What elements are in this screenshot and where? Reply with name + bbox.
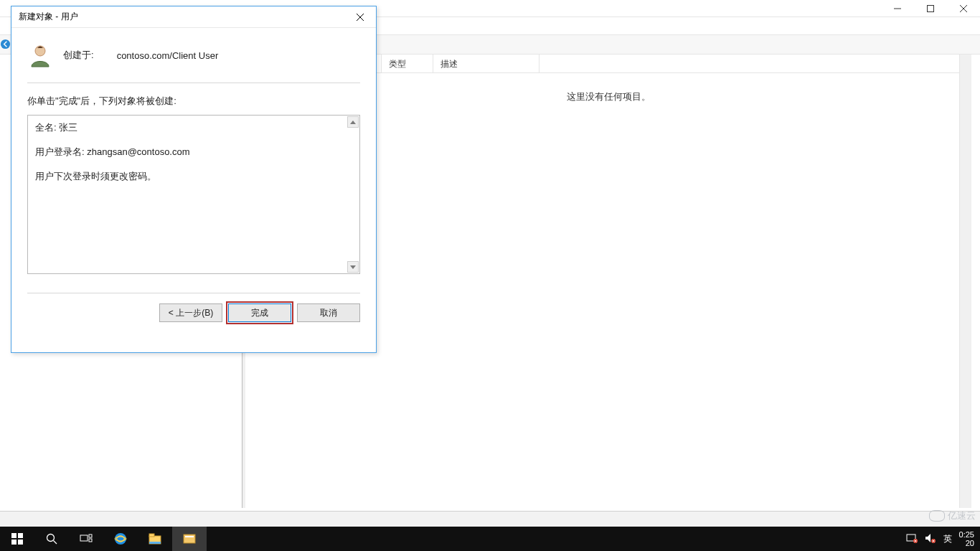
watermark: 亿速云 — [929, 509, 976, 522]
clock-date: 20 — [959, 539, 974, 547]
logon-value: zhangsan@contoso.com — [87, 146, 189, 157]
logon-label: 用户登录名: — [35, 146, 85, 157]
active-app-button[interactable] — [172, 527, 207, 551]
summary-pwpolicy: 用户下次登录时须更改密码。 — [35, 170, 352, 183]
back-nav-icon[interactable] — [0, 39, 11, 50]
svg-rect-13 — [18, 540, 23, 545]
tray-ime[interactable]: 英 — [943, 533, 952, 545]
created-in-label: 创建于: — [63, 49, 94, 62]
svg-point-14 — [47, 534, 55, 542]
svg-rect-12 — [11, 540, 17, 545]
svg-rect-16 — [80, 535, 88, 541]
summary-scroll-down[interactable] — [347, 261, 359, 273]
ie-icon — [113, 532, 128, 546]
system-tray: 英 0:25 20 — [900, 527, 980, 551]
summary-box: 全名: 张三 用户登录名: zhangsan@contoso.com 用户下次登… — [27, 115, 360, 274]
explorer-taskbar-button[interactable] — [138, 527, 172, 551]
tray-volume-icon[interactable] — [925, 533, 936, 545]
start-icon — [11, 533, 23, 545]
tray-clock[interactable]: 0:25 20 — [959, 530, 974, 547]
watermark-text: 亿速云 — [948, 509, 976, 522]
cancel-button[interactable]: 取消 — [297, 303, 360, 322]
list-scrollbar[interactable] — [959, 55, 971, 508]
col-type[interactable]: 类型 — [382, 55, 433, 72]
svg-rect-25 — [185, 536, 194, 537]
dialog-titlebar[interactable]: 新建对象 - 用户 — [11, 6, 376, 28]
search-button[interactable] — [34, 527, 69, 551]
fullname-label: 全名: — [35, 122, 57, 133]
user-icon — [27, 42, 53, 68]
svg-rect-1 — [928, 6, 934, 12]
dialog-instruction: 你单击"完成"后，下列对象将被创建: — [27, 95, 360, 108]
finish-button[interactable]: 完成 — [228, 303, 291, 322]
statusbar — [0, 511, 980, 527]
tray-network-icon[interactable] — [906, 533, 918, 545]
dialog-close-button[interactable] — [350, 9, 370, 25]
svg-rect-17 — [89, 534, 92, 537]
svg-line-15 — [54, 541, 57, 545]
summary-scroll-up[interactable] — [347, 116, 359, 128]
col-desc[interactable]: 描述 — [433, 55, 540, 72]
back-button[interactable]: < 上一步(B) — [159, 303, 222, 322]
dialog-title: 新建对象 - 用户 — [19, 11, 78, 23]
svg-rect-23 — [149, 542, 161, 544]
explorer-icon — [149, 533, 161, 545]
dialog-header: 创建于: contoso.com/Client User — [27, 38, 360, 83]
created-in-path: contoso.com/Client User — [117, 50, 219, 61]
dialog-button-row: < 上一步(B) 完成 取消 — [11, 293, 376, 322]
summary-logon: 用户登录名: zhangsan@contoso.com — [35, 146, 352, 159]
taskview-icon — [80, 534, 93, 544]
app-icon — [183, 533, 196, 545]
watermark-icon — [929, 510, 945, 522]
svg-rect-22 — [149, 534, 154, 537]
svg-rect-24 — [184, 534, 195, 543]
svg-rect-10 — [11, 533, 17, 538]
minimize-button[interactable] — [881, 0, 914, 17]
fullname-value: 张三 — [59, 122, 77, 133]
svg-rect-18 — [89, 539, 92, 542]
search-icon — [46, 533, 57, 545]
summary-fullname: 全名: 张三 — [35, 121, 352, 134]
svg-rect-11 — [18, 533, 23, 538]
maximize-button[interactable] — [914, 0, 947, 17]
start-button[interactable] — [0, 527, 34, 551]
ie-taskbar-button[interactable] — [103, 527, 138, 551]
new-user-dialog: 新建对象 - 用户 创建于: contoso.com/Client User 你… — [11, 6, 377, 353]
taskview-button[interactable] — [69, 527, 103, 551]
window-close-button[interactable] — [947, 0, 980, 17]
clock-time: 0:25 — [959, 530, 974, 539]
taskbar: 英 0:25 20 — [0, 527, 980, 551]
svg-point-4 — [1, 39, 10, 49]
